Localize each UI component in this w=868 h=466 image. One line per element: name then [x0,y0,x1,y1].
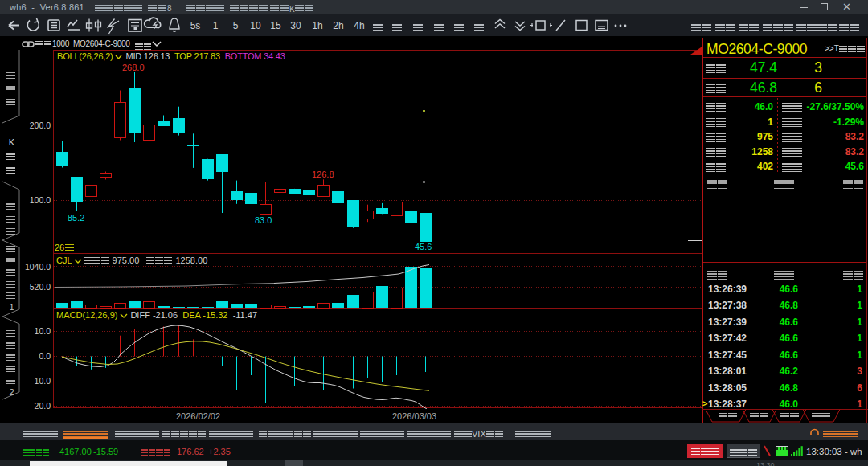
svg-text:5s: 5s [190,20,201,31]
svg-text:5: 5 [233,20,239,31]
svg-text:1: 1 [213,20,219,31]
svg-text:15: 15 [270,20,281,31]
svg-text:30: 30 [290,20,301,31]
svg-text:10: 10 [250,20,261,31]
svg-text:1h: 1h [312,20,322,31]
svg-text:4h: 4h [354,20,364,31]
svg-text:2h: 2h [333,20,343,31]
